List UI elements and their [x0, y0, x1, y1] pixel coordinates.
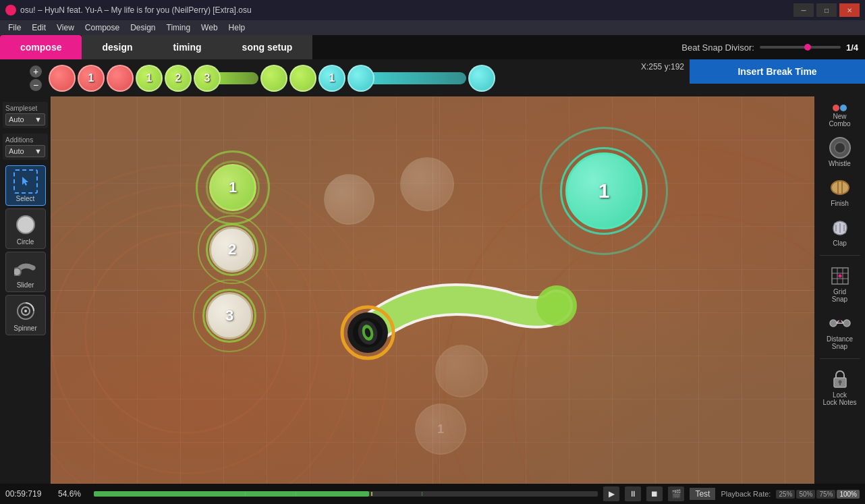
- svg-point-5: [831, 181, 849, 194]
- playback-options: 25% 50% 75% 100%: [776, 490, 860, 499]
- playback-75[interactable]: 75%: [816, 490, 835, 499]
- tab-song-setup[interactable]: song setup: [222, 35, 313, 59]
- hit-object-big-teal[interactable]: 1: [560, 147, 648, 235]
- additions-dropdown[interactable]: Auto ▼: [5, 145, 45, 157]
- timeline-circle[interactable]: [260, 65, 287, 92]
- sampleset-section: Sampleset Auto ▼: [3, 102, 48, 128]
- svg-point-24: [838, 381, 841, 384]
- new-combo-label: New: [833, 113, 846, 120]
- playback-label: Playback Rate:: [721, 490, 771, 498]
- menu-view[interactable]: View: [51, 22, 80, 34]
- whistle-tool[interactable]: Whistle: [817, 133, 863, 170]
- beat-snap-slider[interactable]: [760, 46, 841, 49]
- pause-button[interactable]: ⏸: [625, 486, 641, 501]
- circle-label: Circle: [17, 238, 34, 246]
- menu-file[interactable]: File: [3, 22, 26, 34]
- beat-snap-area: Beat Snap Divisor: 1/4: [675, 35, 865, 59]
- timeline-minus[interactable]: −: [30, 79, 42, 91]
- window-title: osu! – HyuN feat. Yu-A – My life is for …: [20, 5, 793, 15]
- spinner-label: Spinner: [13, 325, 36, 332]
- svg-point-18: [843, 320, 850, 327]
- test-button[interactable]: Test: [690, 488, 715, 500]
- playback-100[interactable]: 100%: [837, 490, 860, 499]
- hit-object-ghost-4[interactable]: 1: [415, 403, 466, 455]
- timeline-circle[interactable]: [289, 65, 316, 92]
- timeline-slider[interactable]: 3: [194, 65, 258, 92]
- slider-label: Slider: [17, 281, 34, 289]
- canvas-area[interactable]: 1 2 3 1: [51, 96, 814, 484]
- progress-bar[interactable]: [94, 491, 598, 497]
- menu-design[interactable]: Design: [125, 22, 161, 34]
- bottom-bar: 00:59:719 54.6% ▶ ⏸ ⏹ 🎬 Test Playback Ra…: [0, 484, 865, 504]
- clap-tool[interactable]: Clap: [817, 213, 863, 250]
- timeline-circle[interactable]: 1: [78, 65, 105, 92]
- menu-help[interactable]: Help: [223, 22, 251, 34]
- slider-tool[interactable]: Slider: [5, 252, 46, 292]
- hit-object-1[interactable]: 1: [206, 161, 260, 215]
- timeline-plus[interactable]: +: [30, 65, 42, 78]
- select-tool[interactable]: Select: [5, 165, 46, 206]
- new-combo-tool[interactable]: New Combo: [817, 102, 863, 130]
- finish-label: Finish: [831, 200, 849, 207]
- menu-timing[interactable]: Timing: [161, 22, 196, 34]
- slider-icon: [13, 256, 38, 280]
- svg-marker-0: [22, 177, 28, 186]
- sampleset-label: Sampleset: [5, 105, 45, 112]
- lock-notes-label: Lock Notes: [822, 399, 856, 406]
- select-icon: [13, 169, 38, 194]
- cursor-icon: [20, 176, 31, 187]
- hit-object-ghost-3[interactable]: [435, 345, 488, 397]
- svg-point-4: [24, 310, 27, 312]
- playback-50[interactable]: 50%: [796, 490, 815, 499]
- timeline-circle[interactable]: [468, 65, 495, 92]
- distance-snap-tool[interactable]: ♪ Distance Snap: [817, 308, 863, 353]
- timeline-circle[interactable]: 1: [136, 65, 163, 92]
- grid-snap-label: Snap: [832, 296, 847, 303]
- timeline: + − 11231: [0, 59, 690, 96]
- beat-snap-value: 1/4: [846, 43, 858, 53]
- minimize-button[interactable]: ─: [793, 3, 814, 17]
- grid-snap-tool[interactable]: Grid Snap: [817, 261, 863, 306]
- close-button[interactable]: ✕: [839, 3, 860, 17]
- hit-object-ghost-2[interactable]: [400, 157, 454, 211]
- hit-object-ghost-1[interactable]: [324, 174, 374, 225]
- play-button[interactable]: ▶: [603, 486, 619, 501]
- playback-25[interactable]: 25%: [776, 490, 795, 499]
- zoom-display: 54.6%: [58, 489, 88, 499]
- sampleset-dropdown[interactable]: Auto ▼: [5, 113, 45, 125]
- spinner-tool[interactable]: Spinner: [5, 295, 46, 335]
- video-button[interactable]: 🎬: [668, 486, 684, 501]
- tab-timing[interactable]: timing: [153, 35, 222, 59]
- additions-section: Additions Auto ▼: [3, 134, 48, 160]
- svg-text:♪: ♪: [838, 318, 841, 324]
- circle-tool[interactable]: Circle: [5, 208, 46, 249]
- menu-web[interactable]: Web: [196, 22, 223, 34]
- timeline-circle[interactable]: [49, 65, 76, 92]
- svg-point-16: [838, 275, 841, 278]
- titlebar: osu! – HyuN feat. Yu-A – My life is for …: [0, 0, 865, 20]
- distance-snap-label: Snap: [832, 343, 847, 350]
- beat-snap-thumb[interactable]: [804, 44, 811, 51]
- window-controls: ─ □ ✕: [793, 3, 860, 17]
- timeline-circle[interactable]: 2: [165, 65, 192, 92]
- maximize-button[interactable]: □: [816, 3, 837, 17]
- hit-object-2[interactable]: 2: [206, 223, 258, 276]
- insert-break-button[interactable]: Insert Break Time: [690, 59, 865, 84]
- menu-edit[interactable]: Edit: [26, 22, 51, 34]
- tab-compose[interactable]: compose: [0, 35, 82, 59]
- beat-snap-label: Beat Snap Divisor:: [681, 43, 754, 53]
- finish-tool[interactable]: Finish: [817, 173, 863, 210]
- lock-notes-tool[interactable]: Lock Lock Notes: [817, 364, 863, 409]
- additions-label: Additions: [5, 136, 45, 144]
- timeline-circle[interactable]: 1: [318, 65, 345, 92]
- hit-object-3[interactable]: 3: [202, 289, 256, 343]
- timeline-circle[interactable]: [107, 65, 134, 92]
- right-toolbar: New Combo Whistle Finish: [814, 96, 865, 484]
- tab-design[interactable]: design: [82, 35, 152, 59]
- timeline-slider[interactable]: [347, 65, 466, 92]
- select-label: Select: [16, 195, 35, 202]
- whistle-label: Whistle: [829, 160, 851, 167]
- menu-compose[interactable]: Compose: [80, 22, 125, 34]
- spinner-icon: [13, 299, 38, 323]
- stop-button[interactable]: ⏹: [646, 486, 663, 501]
